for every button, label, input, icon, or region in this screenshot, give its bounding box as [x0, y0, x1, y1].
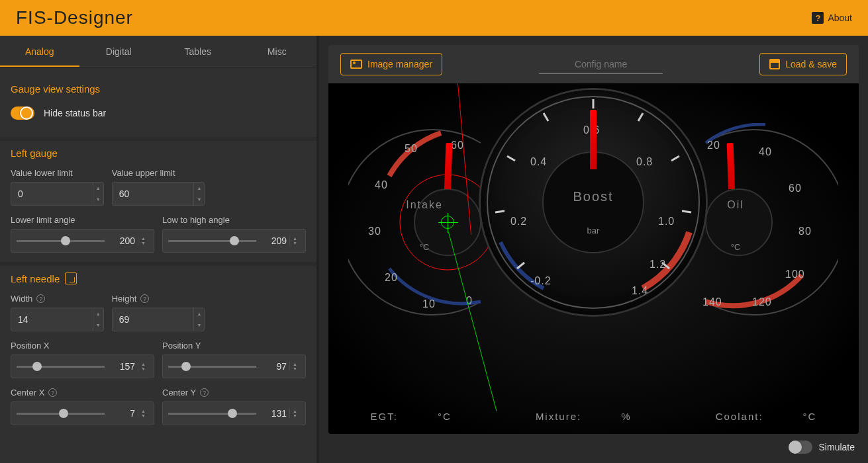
egt-unit: °C [438, 411, 452, 422]
posy-input[interactable]: 97 ▲▼ [162, 355, 306, 378]
left-needle-title-text: Left needle [11, 273, 60, 284]
spin-up-icon[interactable]: ▲ [290, 362, 300, 366]
slider-thumb[interactable] [32, 362, 42, 371]
tab-tables[interactable]: Tables [158, 36, 238, 67]
slider-thumb[interactable] [228, 409, 237, 418]
tick-label: 120 [752, 296, 772, 308]
help-icon: ? [812, 12, 824, 24]
mixture-unit: % [621, 411, 631, 422]
tick-label: 20 [707, 140, 720, 151]
spin-down-icon[interactable]: ▼ [290, 366, 300, 371]
lower-angle-input[interactable]: 200 ▲▼ [11, 229, 154, 253]
slider-thumb[interactable] [230, 236, 239, 245]
value-lower-label: Value lower limit [11, 168, 104, 178]
gauge-left: 0 10 20 30 40 50 60 Intake °C [348, 123, 501, 321]
tick-label: 30 [368, 226, 381, 237]
mixture-label: Mixture: [536, 411, 581, 422]
svg-line-6 [638, 113, 643, 121]
image-manager-button[interactable]: Image manager [340, 53, 442, 75]
spin-down-icon[interactable]: ▼ [93, 194, 103, 205]
width-field[interactable] [11, 308, 93, 331]
centerx-label: Center X? [11, 388, 154, 398]
tick-label: 0.8 [636, 156, 653, 168]
hide-status-bar-toggle[interactable] [11, 106, 34, 120]
coolant-unit: °C [803, 411, 817, 422]
spin-up-icon[interactable]: ▲ [138, 236, 148, 241]
posx-label: Position X [11, 341, 154, 351]
egt-label: EGT: [371, 411, 398, 422]
spin-up-icon[interactable]: ▲ [93, 308, 103, 319]
help-icon[interactable]: ? [200, 388, 209, 397]
coolant-label: Coolant: [716, 411, 763, 422]
spin-down-icon[interactable]: ▼ [290, 413, 300, 418]
help-icon[interactable]: ? [48, 388, 57, 397]
gauge-center-unit: bar [481, 226, 706, 235]
expand-icon[interactable] [65, 273, 77, 284]
tick-label: 80 [798, 226, 812, 237]
slider-thumb[interactable] [181, 362, 191, 371]
tick-label: 1.2 [650, 259, 666, 271]
tab-misc[interactable]: Misc [238, 36, 317, 67]
about-label: About [828, 13, 852, 23]
tab-digital[interactable]: Digital [79, 36, 159, 67]
gauge-left-unit: °C [348, 242, 501, 252]
spin-down-icon[interactable]: ▼ [290, 241, 300, 245]
centerx-value: 7 [111, 408, 135, 419]
gauge-left-label: Intake [348, 199, 501, 211]
spin-up-icon[interactable]: ▲ [138, 409, 148, 413]
spin-up-icon[interactable]: ▲ [93, 183, 103, 194]
gauge-preview[interactable]: 0 10 20 30 40 50 60 Intake °C [328, 83, 859, 434]
centery-label: Center Y? [162, 388, 306, 398]
spin-down-icon[interactable]: ▼ [194, 319, 204, 331]
hide-status-bar-label: Hide status bar [44, 108, 106, 118]
slider-thumb[interactable] [59, 409, 68, 418]
spin-down-icon[interactable]: ▼ [138, 366, 148, 371]
low-high-input[interactable]: 209 ▲▼ [162, 229, 306, 253]
config-name-input[interactable] [539, 55, 663, 74]
spin-up-icon[interactable]: ▲ [290, 409, 300, 413]
spin-up-icon[interactable]: ▲ [290, 236, 300, 241]
value-upper-input[interactable]: ▲▼ [112, 182, 205, 206]
value-upper-field[interactable] [113, 183, 194, 205]
spin-down-icon[interactable]: ▼ [93, 319, 103, 331]
spin-down-icon[interactable]: ▼ [194, 194, 204, 205]
content: Image manager Load & save 0 10 20 [319, 36, 868, 463]
spin-up-icon[interactable]: ▲ [138, 362, 148, 366]
preview-toolbar: Image manager Load & save [328, 45, 859, 83]
load-save-button[interactable]: Load & save [759, 53, 847, 75]
spin-down-icon[interactable]: ▼ [138, 241, 148, 245]
low-high-label: Low to high angle [162, 215, 306, 225]
spin-up-icon[interactable]: ▲ [194, 183, 204, 194]
centery-value: 131 [263, 408, 287, 419]
centerx-input[interactable]: 7 ▲▼ [11, 401, 154, 425]
height-field[interactable] [113, 308, 194, 331]
gauge-right-label: Oil [659, 199, 812, 211]
section-left-needle-title: Left needle [11, 273, 306, 284]
tick-label: 50 [405, 143, 418, 155]
width-input[interactable]: ▲▼ [11, 308, 104, 331]
posx-input[interactable]: 157 ▲▼ [11, 355, 154, 378]
settings-panel[interactable]: Gauge view settings Hide status bar Left… [0, 67, 316, 463]
value-upper-label: Value upper limit [112, 168, 205, 178]
lower-angle-label: Lower limit angle [11, 215, 154, 225]
low-high-value: 209 [263, 235, 287, 246]
value-lower-input[interactable]: ▲▼ [11, 182, 104, 206]
simulate-toggle[interactable] [789, 441, 812, 454]
gauge-right: 20 40 60 80 100 120 140 Oil °C [686, 123, 838, 321]
centery-input[interactable]: 131 ▲▼ [162, 401, 306, 425]
spin-down-icon[interactable]: ▼ [138, 413, 148, 418]
sidebar: Analog Digital Tables Misc Gauge view se… [0, 36, 319, 463]
height-label: Height? [112, 294, 205, 304]
tab-analog[interactable]: Analog [0, 36, 79, 67]
help-icon[interactable]: ? [140, 294, 149, 303]
about-button[interactable]: ? About [812, 12, 852, 24]
tick-label: 100 [785, 269, 805, 280]
save-icon [769, 59, 780, 69]
height-input[interactable]: ▲▼ [112, 308, 205, 331]
svg-line-5 [544, 113, 548, 121]
slider-thumb[interactable] [61, 236, 70, 245]
simulate-label: Simulate [819, 442, 855, 452]
value-lower-field[interactable] [11, 183, 93, 205]
spin-up-icon[interactable]: ▲ [194, 308, 204, 319]
help-icon[interactable]: ? [36, 294, 45, 303]
